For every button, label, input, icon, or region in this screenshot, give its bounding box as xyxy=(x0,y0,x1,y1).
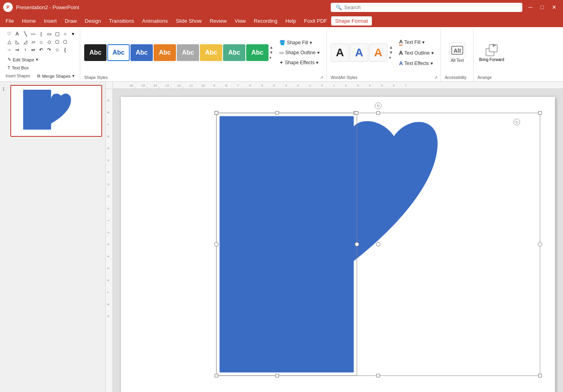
svg-text:-11: -11 xyxy=(189,84,193,87)
shape-rtri[interactable]: ◺ xyxy=(14,38,21,45)
shape-style-5[interactable]: Abc xyxy=(177,44,199,61)
close-button[interactable]: ✕ xyxy=(549,2,560,12)
ribbon-insert-shapes: ♡ A ╲ — | ▭ ▢ ○ ▾ △ ◺ ◿ ▱ ⏢ ◇ ⬠ xyxy=(2,29,80,81)
menu-foxit[interactable]: Foxit PDF xyxy=(300,16,331,26)
ruler-horizontal: -16 -15 -14 -13 -12 -11 -10 -9 -8 -7 -6 … xyxy=(113,82,563,89)
search-input[interactable] xyxy=(344,4,518,10)
shape-arr3[interactable]: ↑ xyxy=(22,46,29,53)
svg-text:4: 4 xyxy=(369,84,371,87)
wordart-scroll[interactable]: ▲ ▼ ▾ xyxy=(389,45,393,60)
svg-text:0: 0 xyxy=(107,208,110,209)
shape-line-diag[interactable]: ╲ xyxy=(22,30,29,37)
shape-brace1[interactable]: { xyxy=(61,46,69,53)
shape-line[interactable]: — xyxy=(30,30,37,37)
shape-arr2[interactable]: ⇒ xyxy=(14,46,21,53)
shape-style-6[interactable]: Abc xyxy=(200,44,222,61)
ruler-corner xyxy=(106,82,113,89)
shape-style-4[interactable]: Abc xyxy=(154,44,176,61)
shape-empty xyxy=(69,38,77,45)
wordart-scroll-up-icon[interactable]: ▲ xyxy=(389,45,393,49)
shape-effects-button[interactable]: ✦ Shape Effects ▾ xyxy=(276,58,323,67)
scroll-up-icon[interactable]: ▲ xyxy=(269,45,273,49)
scroll-expand-icon[interactable]: ▾ xyxy=(269,55,273,60)
shape-rect[interactable]: ▭ xyxy=(45,30,53,37)
shape-arr5[interactable]: ↶ xyxy=(38,46,45,53)
menu-view[interactable]: View xyxy=(231,16,250,26)
text-fill-icon: A xyxy=(399,39,403,45)
menu-home[interactable]: Home xyxy=(18,16,40,26)
shape-style-3[interactable]: Abc xyxy=(130,44,153,61)
slide-thumb-1[interactable]: 1 xyxy=(2,85,103,137)
menu-transitions[interactable]: Transitions xyxy=(105,16,138,26)
wordart-scroll-down-icon[interactable]: ▼ xyxy=(389,50,393,55)
shape-style-8[interactable]: Abc xyxy=(246,44,269,61)
shape-styles-scroll[interactable]: ▲ ▼ ▾ xyxy=(269,45,273,60)
shape-style-1[interactable]: Abc xyxy=(84,44,107,61)
shape-rounded-rect[interactable]: ▢ xyxy=(53,30,61,37)
shape-style-7[interactable]: Abc xyxy=(223,44,245,61)
shape-heart[interactable]: ♡ xyxy=(6,30,13,37)
shape-star[interactable]: ☆ xyxy=(53,46,61,53)
canvas-area[interactable]: ↻ ↻ xyxy=(113,89,563,392)
menu-review[interactable]: Review xyxy=(205,16,231,26)
wordart-style-2[interactable]: A xyxy=(350,43,368,62)
menu-design[interactable]: Design xyxy=(81,16,105,26)
shape-penta[interactable]: ⬠ xyxy=(53,38,61,45)
wordart-styles-content: A A A ▲ ▼ ▾ A Text Fill ▾ xyxy=(331,30,437,75)
shape-arr4[interactable]: ⇔ xyxy=(30,46,37,53)
shape-style-2[interactable]: Abc xyxy=(107,44,130,61)
slide-surface[interactable]: ↻ ↻ xyxy=(121,97,555,392)
text-fill-button[interactable]: A Text Fill ▾ xyxy=(395,37,437,47)
svg-text:-3: -3 xyxy=(284,84,287,87)
slide-thumbnail-1[interactable] xyxy=(10,85,102,137)
bring-forward-button[interactable]: Bring Forward xyxy=(478,41,506,63)
accessibility-label: Accessibility xyxy=(445,75,470,80)
menu-insert[interactable]: Insert xyxy=(40,16,61,26)
shape-trap[interactable]: ⏢ xyxy=(38,38,45,45)
menu-recording[interactable]: Recording xyxy=(250,16,281,26)
text-box-button[interactable]: T Text Box xyxy=(6,64,77,71)
maximize-button[interactable]: □ xyxy=(537,2,547,12)
shape-para[interactable]: ▱ xyxy=(30,38,37,45)
merge-shapes-button[interactable]: ⧉ Merge Shapes ▾ xyxy=(35,72,77,80)
menu-help[interactable]: Help xyxy=(281,16,300,26)
menu-slideshow[interactable]: Slide Show xyxy=(172,16,205,26)
edit-shape-button[interactable]: ✎ Edit Shape ▾ xyxy=(6,56,77,63)
wordart-expand-icon[interactable]: ↗ xyxy=(434,75,437,80)
wordart-style-3[interactable]: A xyxy=(369,43,387,62)
wordart-scroll-expand-icon[interactable]: ▾ xyxy=(389,55,393,60)
menu-file[interactable]: File xyxy=(2,16,18,26)
shape-diamond[interactable]: ◇ xyxy=(45,38,53,45)
text-outline-button[interactable]: A Text Outline ▾ xyxy=(395,48,437,57)
handle-tr[interactable] xyxy=(355,111,358,114)
handle-mr[interactable] xyxy=(355,242,359,246)
shape-arr6[interactable]: ↷ xyxy=(45,46,53,53)
app-logo: P xyxy=(3,2,13,12)
minimize-button[interactable]: ─ xyxy=(525,2,536,12)
text-effects-button[interactable]: A Text Effects ▾ xyxy=(395,59,437,68)
menu-draw[interactable]: Draw xyxy=(61,16,81,26)
shape-circle[interactable]: ○ xyxy=(61,30,69,37)
wordart-style-1[interactable]: A xyxy=(331,43,349,62)
shape-tri[interactable]: △ xyxy=(6,38,13,45)
scroll-down-icon[interactable]: ▼ xyxy=(269,50,273,55)
menu-shape-format[interactable]: Shape Format xyxy=(331,16,372,26)
svg-text:7: 7 xyxy=(107,292,110,293)
shape-fill-button[interactable]: 🪣 Shape Fill ▾ xyxy=(276,38,323,47)
shape-hex[interactable]: ⬡ xyxy=(61,38,69,45)
scroll-arrow-shapes[interactable]: ▾ xyxy=(69,30,77,37)
text-outline-icon: A xyxy=(399,50,403,56)
shape-text[interactable]: A xyxy=(14,30,21,37)
shape-line-v[interactable]: | xyxy=(38,30,45,37)
shape-rtri2[interactable]: ◿ xyxy=(22,38,29,45)
shape-arr1[interactable]: → xyxy=(6,46,13,53)
alt-text-button[interactable]: Alt Alt Text xyxy=(448,41,467,64)
slide-preview-svg xyxy=(11,86,101,136)
svg-text:-1: -1 xyxy=(308,84,311,87)
shape-outline-button[interactable]: ▭ Shape Outline ▾ xyxy=(276,48,323,57)
svg-rect-55 xyxy=(215,111,218,114)
menu-animations[interactable]: Animations xyxy=(138,16,172,26)
svg-text:-8: -8 xyxy=(107,112,110,114)
search-box[interactable]: 🔍 xyxy=(331,3,522,12)
shape-styles-expand-icon[interactable]: ↗ xyxy=(320,75,323,80)
